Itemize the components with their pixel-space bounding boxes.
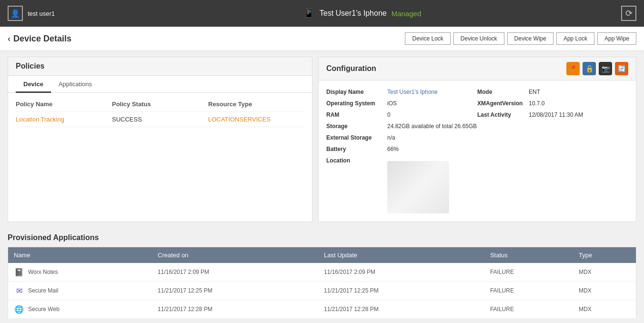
device-lock-button[interactable]: Device Lock <box>405 32 450 45</box>
page-header: ‹ Device Details Device Lock Device Unlo… <box>0 27 644 51</box>
table-row: ✉ Secure Mail 11/21/2017 12:25 PM 11/21/… <box>8 282 636 300</box>
config-row-last-activity: Last Activity 12/08/2017 11:30 AM <box>477 109 628 121</box>
app-status-0: FAILURE <box>484 263 573 282</box>
device-unlock-button[interactable]: Device Unlock <box>453 32 504 45</box>
col-resource-type: Resource Type <box>208 101 304 108</box>
policies-tabs: Device Applications <box>8 76 312 93</box>
config-row-location: Location <box>326 155 477 216</box>
config-row-ext-storage: External Storage n/a <box>326 132 477 143</box>
value-last-activity: 12/08/2017 11:30 AM <box>529 111 583 118</box>
app-wipe-button[interactable]: App Wipe <box>597 32 636 45</box>
app-created-2: 11/21/2017 12:28 PM <box>152 300 318 319</box>
label-storage: Storage <box>326 123 383 130</box>
page-title-text: Device Details <box>13 34 71 44</box>
username-label: test user1 <box>28 10 55 17</box>
value-mode: ENT <box>529 89 540 95</box>
device-wipe-button[interactable]: Device Wipe <box>507 32 553 45</box>
app-created-1: 11/21/2017 12:25 PM <box>152 282 318 300</box>
refresh-button[interactable]: ⟳ <box>621 6 636 21</box>
app-created-0: 11/16/2017 2:09 PM <box>152 263 318 282</box>
back-arrow-icon[interactable]: ‹ <box>8 34 10 44</box>
user-icon-symbol: 👤 <box>10 9 20 18</box>
main-content: Policies Device Applications Policy Name… <box>0 51 644 228</box>
tab-device[interactable]: Device <box>16 76 51 93</box>
camera-icon-btn[interactable]: 📷 <box>599 62 612 75</box>
app-name-cell-0: 📓 Worx Notes <box>8 263 152 282</box>
col-header-status: Status <box>484 247 573 263</box>
app-last-update-1: 11/21/2017 12:25 PM <box>318 282 484 300</box>
value-storage: 24.82GB available of total 26.65GB <box>387 123 477 130</box>
table-row: 🌐 Secure Web 11/21/2017 12:28 PM 11/21/2… <box>8 300 636 319</box>
app-name-cell-2: 🌐 Secure Web <box>8 300 152 319</box>
col-header-created-on: Created on <box>152 247 318 263</box>
app-type-0: MDX <box>573 263 636 282</box>
label-battery: Battery <box>326 146 383 152</box>
config-icon-buttons: 📍 🔒 📷 🔄 <box>566 62 628 75</box>
value-battery: 66% <box>387 146 399 152</box>
app-icon-1: ✉ <box>14 285 24 296</box>
lock-icon-btn[interactable]: 🔒 <box>583 62 596 75</box>
config-row-os: Operating System iOS <box>326 98 477 109</box>
config-body: Display Name Test User1's Iphone Operati… <box>319 81 636 222</box>
table-row: Location Tracking SUCCESS LOCATIONSERVIC… <box>16 112 304 127</box>
managed-badge: Managed <box>392 10 422 18</box>
apps-table-header-row: Name Created on Last Update Status Type <box>8 247 636 263</box>
policies-panel: Policies Device Applications Policy Name… <box>8 57 312 222</box>
value-ram: 0 <box>387 111 391 118</box>
policies-panel-title: Policies <box>8 57 312 76</box>
label-location: Location <box>326 157 383 164</box>
app-name-0: Worx Notes <box>28 269 58 275</box>
app-name-1: Secure Mail <box>28 287 58 294</box>
label-last-activity: Last Activity <box>477 111 525 118</box>
config-row-displayname: Display Name Test User1's Iphone <box>326 86 477 98</box>
app-name-2: Secure Web <box>28 306 60 313</box>
value-ext-storage: n/a <box>387 134 395 141</box>
device-name-label: Test User1's Iphone <box>320 9 387 18</box>
config-panel-header: Configuration 📍 🔒 📷 🔄 <box>319 57 636 81</box>
config-panel-title: Configuration <box>326 64 376 73</box>
app-name-cell-1: ✉ Secure Mail <box>8 282 152 300</box>
config-row-battery: Battery 66% <box>326 143 477 155</box>
app-status-1: FAILURE <box>484 282 573 300</box>
policies-table-header: Policy Name Policy Status Resource Type <box>16 97 304 112</box>
label-mode: Mode <box>477 89 525 95</box>
top-header: 👤 test user1 📱 Test User1's Iphone Manag… <box>0 0 644 27</box>
tab-applications[interactable]: Applications <box>51 76 100 93</box>
app-lock-button[interactable]: App Lock <box>556 32 594 45</box>
app-icon-0: 📓 <box>14 267 24 277</box>
config-row-storage: Storage 24.82GB available of total 26.65… <box>326 121 477 132</box>
config-right-col: Mode ENT XMAgentVersion 10.7.0 Last Acti… <box>477 86 628 216</box>
policy-name-cell: Location Tracking <box>16 116 112 123</box>
label-ram: RAM <box>326 111 383 118</box>
label-display-name: Display Name <box>326 89 383 95</box>
label-os: Operating System <box>326 100 383 107</box>
col-policy-status: Policy Status <box>112 101 208 108</box>
col-policy-name: Policy Name <box>16 101 112 108</box>
location-icon-btn[interactable]: 📍 <box>566 62 580 75</box>
label-xmagent: XMAgentVersion <box>477 100 525 107</box>
phone-icon: 📱 <box>303 8 315 19</box>
col-header-name: Name <box>8 247 152 263</box>
resource-type-cell: LOCATIONSERVICES <box>208 116 304 123</box>
user-section: 👤 test user1 <box>8 6 103 21</box>
col-header-last-update: Last Update <box>318 247 484 263</box>
label-ext-storage: External Storage <box>326 134 383 141</box>
refresh-icon-btn[interactable]: 🔄 <box>615 62 628 75</box>
config-left-col: Display Name Test User1's Iphone Operati… <box>326 86 477 216</box>
app-last-update-2: 11/21/2017 12:28 PM <box>318 300 484 319</box>
provisioned-section: Provisioned Applications Name Created on… <box>0 228 644 323</box>
app-icon-2: 🌐 <box>14 304 24 314</box>
provisioned-apps-title: Provisioned Applications <box>8 233 636 242</box>
page-title: ‹ Device Details <box>8 34 71 44</box>
user-icon: 👤 <box>8 6 23 21</box>
table-row: 📓 Worx Notes 11/16/2017 2:09 PM 11/16/20… <box>8 263 636 282</box>
device-section: 📱 Test User1's Iphone Managed <box>103 8 621 19</box>
action-buttons: Device Lock Device Unlock Device Wipe Ap… <box>405 32 636 45</box>
location-map-placeholder <box>387 161 449 213</box>
config-row-ram: RAM 0 <box>326 109 477 121</box>
value-xmagent: 10.7.0 <box>529 100 544 107</box>
config-row-xmagent: XMAgentVersion 10.7.0 <box>477 98 628 109</box>
app-status-2: FAILURE <box>484 300 573 319</box>
app-last-update-0: 11/16/2017 2:09 PM <box>318 263 484 282</box>
app-type-1: MDX <box>573 282 636 300</box>
